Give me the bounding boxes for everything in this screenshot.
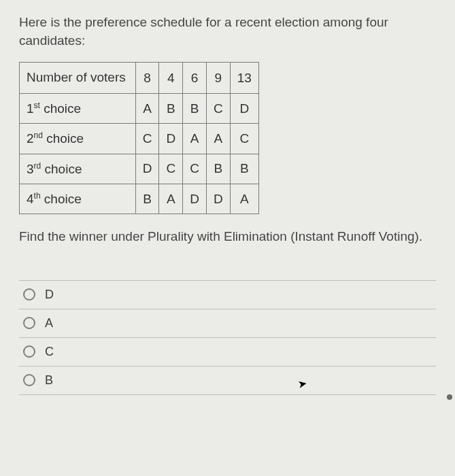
radio-icon[interactable]	[23, 317, 35, 329]
pref-cell: D	[183, 184, 207, 214]
table-header-row: Number of voters 8 4 6 9 13	[20, 63, 259, 94]
option-label: B	[45, 373, 53, 388]
pref-cell: A	[206, 124, 230, 154]
pref-cell: A	[159, 184, 183, 214]
voter-count-cell: 9	[206, 63, 230, 94]
option-a[interactable]: A	[19, 309, 436, 338]
option-b[interactable]: B	[19, 367, 436, 395]
option-label: A	[45, 316, 53, 330]
preference-table: Number of voters 8 4 6 9 13 1st choice A…	[19, 62, 259, 214]
pref-cell: D	[159, 124, 183, 154]
decorative-dot	[447, 394, 452, 400]
choice-label: 1st choice	[20, 93, 136, 123]
pref-cell: A	[230, 184, 258, 214]
table-row: 4th choice B A D D A	[20, 184, 259, 214]
voter-count-cell: 4	[159, 63, 183, 94]
pref-cell: C	[159, 154, 183, 184]
option-c[interactable]: C	[19, 338, 436, 367]
pref-cell: C	[183, 154, 207, 184]
table-row: 2nd choice C D A A C	[20, 124, 259, 154]
pref-cell: B	[159, 93, 183, 123]
option-label: C	[45, 345, 54, 359]
pref-cell: C	[230, 124, 258, 154]
radio-icon[interactable]	[23, 374, 35, 386]
pref-cell: B	[135, 184, 159, 214]
answer-options: D A C B	[19, 280, 436, 395]
header-label: Number of voters	[20, 63, 136, 94]
voter-count-cell: 6	[183, 63, 207, 94]
pref-cell: D	[206, 184, 230, 214]
radio-icon[interactable]	[23, 345, 35, 358]
pref-cell: B	[230, 154, 258, 184]
voter-count-cell: 13	[230, 63, 258, 94]
question-intro: Here is the preference schedule for a re…	[19, 14, 436, 50]
choice-label: 3rd choice	[20, 154, 136, 184]
pref-cell: D	[135, 154, 159, 184]
question-prompt: Find the winner under Plurality with Eli…	[19, 228, 436, 246]
radio-icon[interactable]	[23, 288, 35, 301]
table-row: 1st choice A B B C D	[20, 93, 259, 123]
table-row: 3rd choice D C C B B	[20, 154, 259, 184]
voter-count-cell: 8	[135, 63, 159, 94]
choice-label: 4th choice	[20, 184, 136, 214]
pref-cell: C	[135, 124, 159, 154]
pref-cell: B	[183, 93, 207, 123]
pref-cell: D	[230, 93, 258, 123]
option-d[interactable]: D	[19, 280, 436, 309]
choice-label: 2nd choice	[20, 124, 136, 154]
pref-cell: B	[206, 154, 230, 184]
pref-cell: C	[206, 93, 230, 123]
option-label: D	[45, 288, 54, 302]
pref-cell: A	[135, 93, 159, 123]
pref-cell: A	[183, 124, 207, 154]
